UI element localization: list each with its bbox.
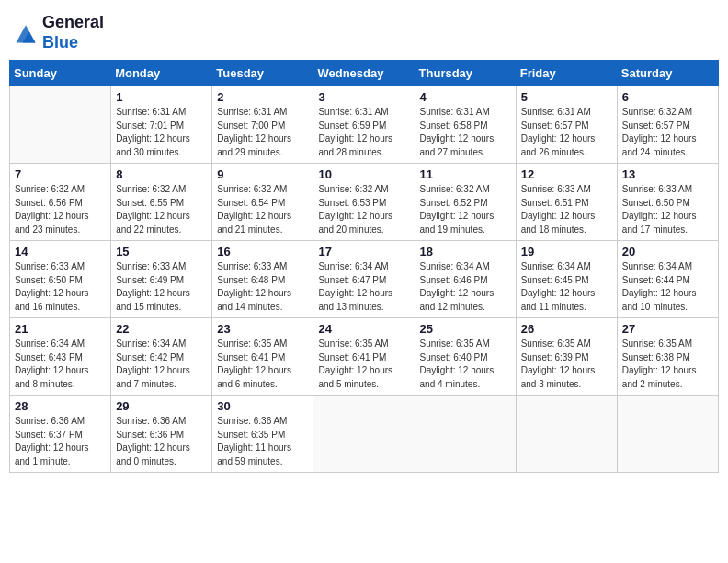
calendar-cell: 24Sunrise: 6:35 AMSunset: 6:41 PMDayligh… [313, 318, 415, 396]
day-number: 9 [217, 167, 308, 181]
day-number: 27 [622, 322, 713, 336]
page-header: General Blue [9, 9, 719, 52]
day-header-saturday: Saturday [617, 61, 718, 86]
calendar-cell: 14Sunrise: 6:33 AMSunset: 6:50 PMDayligh… [10, 241, 111, 318]
calendar-cell: 4Sunrise: 6:31 AMSunset: 6:58 PMDaylight… [415, 86, 516, 164]
day-number: 26 [521, 322, 612, 336]
day-info: Sunrise: 6:32 AMSunset: 6:54 PMDaylight:… [217, 183, 308, 236]
calendar-cell: 6Sunrise: 6:32 AMSunset: 6:57 PMDaylight… [617, 86, 718, 164]
calendar-week-1: 1Sunrise: 6:31 AMSunset: 7:01 PMDaylight… [10, 86, 719, 164]
day-info: Sunrise: 6:35 AMSunset: 6:38 PMDaylight:… [622, 338, 713, 391]
day-info: Sunrise: 6:34 AMSunset: 6:44 PMDaylight:… [622, 260, 713, 314]
day-info: Sunrise: 6:36 AMSunset: 6:35 PMDaylight:… [217, 415, 308, 468]
day-header-friday: Friday [516, 61, 617, 86]
day-info: Sunrise: 6:33 AMSunset: 6:50 PMDaylight:… [622, 183, 713, 236]
day-header-sunday: Sunday [10, 61, 111, 86]
day-number: 29 [116, 399, 207, 413]
calendar-cell: 30Sunrise: 6:36 AMSunset: 6:35 PMDayligh… [212, 396, 313, 473]
calendar-week-3: 14Sunrise: 6:33 AMSunset: 6:50 PMDayligh… [10, 241, 719, 318]
day-number: 15 [116, 245, 207, 259]
day-info: Sunrise: 6:35 AMSunset: 6:39 PMDaylight:… [521, 338, 612, 391]
day-info: Sunrise: 6:33 AMSunset: 6:48 PMDaylight:… [217, 260, 308, 314]
calendar-cell: 25Sunrise: 6:35 AMSunset: 6:40 PMDayligh… [415, 318, 516, 396]
calendar-cell: 17Sunrise: 6:34 AMSunset: 6:47 PMDayligh… [313, 241, 415, 318]
day-number: 24 [318, 322, 409, 336]
calendar-cell: 10Sunrise: 6:32 AMSunset: 6:53 PMDayligh… [313, 164, 415, 241]
day-info: Sunrise: 6:34 AMSunset: 6:47 PMDaylight:… [318, 260, 409, 314]
day-number: 10 [318, 167, 409, 181]
calendar-cell [516, 396, 617, 473]
day-info: Sunrise: 6:31 AMSunset: 6:58 PMDaylight:… [420, 106, 511, 159]
day-number: 17 [318, 245, 409, 259]
calendar-cell: 27Sunrise: 6:35 AMSunset: 6:38 PMDayligh… [617, 318, 718, 396]
day-number: 21 [15, 322, 106, 336]
day-number: 30 [217, 399, 308, 413]
day-info: Sunrise: 6:33 AMSunset: 6:49 PMDaylight:… [116, 260, 207, 314]
calendar-cell: 19Sunrise: 6:34 AMSunset: 6:45 PMDayligh… [516, 241, 617, 318]
calendar-cell: 3Sunrise: 6:31 AMSunset: 6:59 PMDaylight… [313, 86, 415, 164]
day-info: Sunrise: 6:36 AMSunset: 6:37 PMDaylight:… [15, 415, 106, 468]
logo-text-line2: Blue [42, 33, 104, 53]
calendar-cell: 26Sunrise: 6:35 AMSunset: 6:39 PMDayligh… [516, 318, 617, 396]
day-number: 23 [217, 322, 308, 336]
calendar-cell: 15Sunrise: 6:33 AMSunset: 6:49 PMDayligh… [111, 241, 212, 318]
day-number: 28 [15, 399, 106, 413]
day-number: 22 [116, 322, 207, 336]
day-info: Sunrise: 6:34 AMSunset: 6:43 PMDaylight:… [15, 338, 106, 391]
day-info: Sunrise: 6:35 AMSunset: 6:40 PMDaylight:… [420, 338, 511, 391]
calendar-cell [617, 396, 718, 473]
day-number: 1 [116, 90, 207, 104]
day-info: Sunrise: 6:31 AMSunset: 6:59 PMDaylight:… [318, 106, 409, 159]
calendar-cell: 20Sunrise: 6:34 AMSunset: 6:44 PMDayligh… [617, 241, 718, 318]
day-info: Sunrise: 6:35 AMSunset: 6:41 PMDaylight:… [217, 338, 308, 391]
day-info: Sunrise: 6:34 AMSunset: 6:45 PMDaylight:… [521, 260, 612, 314]
day-number: 19 [521, 245, 612, 259]
calendar-cell: 13Sunrise: 6:33 AMSunset: 6:50 PMDayligh… [617, 164, 718, 241]
calendar-week-4: 21Sunrise: 6:34 AMSunset: 6:43 PMDayligh… [10, 318, 719, 396]
calendar-cell [10, 86, 111, 164]
logo-icon [13, 20, 39, 46]
day-number: 4 [420, 90, 511, 104]
calendar-cell [313, 396, 415, 473]
calendar-cell: 23Sunrise: 6:35 AMSunset: 6:41 PMDayligh… [212, 318, 313, 396]
day-header-monday: Monday [111, 61, 212, 86]
day-number: 2 [217, 90, 308, 104]
day-number: 20 [622, 245, 713, 259]
day-info: Sunrise: 6:34 AMSunset: 6:42 PMDaylight:… [116, 338, 207, 391]
calendar-cell: 2Sunrise: 6:31 AMSunset: 7:00 PMDaylight… [212, 86, 313, 164]
calendar-cell: 21Sunrise: 6:34 AMSunset: 6:43 PMDayligh… [10, 318, 111, 396]
logo-text-line1: General [42, 13, 104, 33]
day-info: Sunrise: 6:31 AMSunset: 7:01 PMDaylight:… [116, 106, 207, 159]
calendar-week-2: 7Sunrise: 6:32 AMSunset: 6:56 PMDaylight… [10, 164, 719, 241]
day-number: 12 [521, 167, 612, 181]
day-info: Sunrise: 6:31 AMSunset: 6:57 PMDaylight:… [521, 106, 612, 159]
logo: General Blue [13, 13, 104, 52]
calendar-cell: 22Sunrise: 6:34 AMSunset: 6:42 PMDayligh… [111, 318, 212, 396]
day-number: 18 [420, 245, 511, 259]
calendar-cell: 16Sunrise: 6:33 AMSunset: 6:48 PMDayligh… [212, 241, 313, 318]
day-info: Sunrise: 6:33 AMSunset: 6:51 PMDaylight:… [521, 183, 612, 236]
day-number: 14 [15, 245, 106, 259]
day-number: 13 [622, 167, 713, 181]
calendar-week-5: 28Sunrise: 6:36 AMSunset: 6:37 PMDayligh… [10, 396, 719, 473]
day-number: 7 [15, 167, 106, 181]
calendar-cell: 1Sunrise: 6:31 AMSunset: 7:01 PMDaylight… [111, 86, 212, 164]
calendar-cell [415, 396, 516, 473]
day-info: Sunrise: 6:33 AMSunset: 6:50 PMDaylight:… [15, 260, 106, 314]
calendar-cell: 29Sunrise: 6:36 AMSunset: 6:36 PMDayligh… [111, 396, 212, 473]
day-info: Sunrise: 6:32 AMSunset: 6:55 PMDaylight:… [116, 183, 207, 236]
calendar-table: SundayMondayTuesdayWednesdayThursdayFrid… [9, 60, 719, 473]
day-header-thursday: Thursday [415, 61, 516, 86]
day-number: 16 [217, 245, 308, 259]
day-number: 11 [420, 167, 511, 181]
calendar-cell: 8Sunrise: 6:32 AMSunset: 6:55 PMDaylight… [111, 164, 212, 241]
day-number: 3 [318, 90, 409, 104]
calendar-header-row: SundayMondayTuesdayWednesdayThursdayFrid… [10, 61, 719, 86]
day-number: 5 [521, 90, 612, 104]
day-header-wednesday: Wednesday [313, 61, 415, 86]
day-header-tuesday: Tuesday [212, 61, 313, 86]
day-number: 25 [420, 322, 511, 336]
calendar-cell: 12Sunrise: 6:33 AMSunset: 6:51 PMDayligh… [516, 164, 617, 241]
day-info: Sunrise: 6:32 AMSunset: 6:53 PMDaylight:… [318, 183, 409, 236]
calendar-cell: 18Sunrise: 6:34 AMSunset: 6:46 PMDayligh… [415, 241, 516, 318]
